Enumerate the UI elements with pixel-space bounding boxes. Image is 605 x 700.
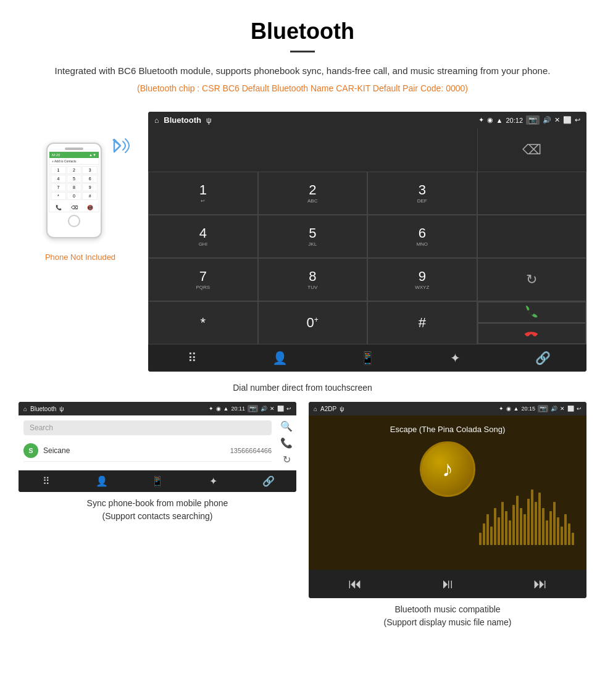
link-icon[interactable]: 🔗 bbox=[499, 351, 586, 365]
page-title: Bluetooth bbox=[37, 19, 568, 44]
music-home-icon[interactable]: ⌂ bbox=[314, 406, 317, 412]
refresh-button[interactable]: ↻ bbox=[477, 258, 587, 301]
pb-win-icon[interactable]: ⬜ bbox=[277, 406, 284, 412]
key-1[interactable]: 1↩ bbox=[148, 172, 258, 215]
music-caption: Bluetooth music compatible (Support disp… bbox=[309, 603, 586, 629]
music-topbar-title: A2DP bbox=[320, 406, 336, 412]
pb-person-icon[interactable]: 👤 bbox=[74, 475, 130, 487]
pb-topbar-left: ⌂ Bluetooth ψ bbox=[23, 406, 64, 412]
pb-contact-row: S Seicane 13566664466 bbox=[23, 440, 272, 462]
volume-icon[interactable]: 🔊 bbox=[543, 116, 551, 124]
backspace-button[interactable]: ⌫ bbox=[477, 128, 587, 172]
pb-call-icon[interactable]: 📞 bbox=[280, 437, 293, 449]
music-back-icon[interactable]: ↩ bbox=[577, 406, 582, 412]
home-icon[interactable]: ⌂ bbox=[154, 116, 159, 125]
pb-main-row: Search S Seicane 13566664466 🔍 📞 ↻ bbox=[19, 415, 296, 470]
window-icon[interactable]: ⬜ bbox=[563, 116, 572, 124]
dial-pad: ⌫ 1↩ 2ABC 3DEF 4GHI 5JKL 6MNO bbox=[148, 128, 586, 344]
key-star[interactable]: * bbox=[148, 301, 258, 344]
phone-home-button bbox=[68, 215, 80, 227]
bottom-screenshots: ⌂ Bluetooth ψ ✦ ◉ ▲ 20:11 📷 🔊 ✕ ⬜ ↩ bbox=[0, 402, 605, 629]
phone-icon[interactable]: 📱 bbox=[323, 351, 411, 365]
dial-display[interactable] bbox=[148, 128, 477, 172]
title-divider bbox=[290, 51, 315, 52]
music-close-icon[interactable]: ✕ bbox=[560, 406, 565, 412]
next-button[interactable]: ⏭ bbox=[494, 576, 586, 592]
phone-not-included-label: Phone Not Included bbox=[45, 252, 115, 262]
pb-contact-name: Seicane bbox=[43, 446, 70, 455]
key-0[interactable]: 0+ bbox=[258, 301, 368, 344]
pb-contact-phone: 13566664466 bbox=[230, 447, 272, 454]
key-hash[interactable]: # bbox=[367, 301, 477, 344]
key-2[interactable]: 2ABC bbox=[258, 172, 368, 215]
back-icon[interactable]: ↩ bbox=[575, 116, 580, 124]
empty-2 bbox=[477, 215, 587, 258]
bluetooth-icon: ✦ bbox=[478, 116, 484, 124]
pb-bt-bottom-icon[interactable]: ✦ bbox=[185, 475, 241, 487]
music-cam-icon[interactable]: 📷 bbox=[538, 405, 548, 412]
song-title: Escape (The Pina Colada Song) bbox=[390, 425, 505, 434]
pb-bottom-bar: ⠿ 👤 📱 ✦ 🔗 bbox=[19, 470, 296, 492]
pb-time: 20:11 bbox=[231, 406, 245, 412]
music-topbar-right: ✦ ◉ ▲ 20:15 📷 🔊 ✕ ⬜ ↩ bbox=[499, 405, 582, 412]
call-button[interactable] bbox=[478, 302, 586, 323]
pb-dialpad-icon[interactable]: ⠿ bbox=[19, 475, 74, 487]
key-6[interactable]: 6MNO bbox=[367, 215, 477, 258]
music-time: 20:15 bbox=[521, 406, 535, 412]
camera-icon[interactable]: 📷 bbox=[526, 115, 540, 125]
music-vol-icon[interactable]: 🔊 bbox=[551, 406, 557, 412]
bt-icon[interactable]: ✦ bbox=[411, 351, 499, 365]
music-loc-icon: ◉ bbox=[506, 406, 511, 412]
dial-bottom-bar: ⠿ 👤 📱 ✦ 🔗 bbox=[148, 344, 586, 372]
prev-button[interactable]: ⏮ bbox=[309, 576, 401, 592]
pb-sync-icon[interactable]: ↻ bbox=[283, 454, 291, 465]
time-display: 20:12 bbox=[506, 117, 523, 124]
dial-caption: Dial number direct from touchscreen bbox=[0, 378, 605, 402]
dialpad-icon[interactable]: ⠿ bbox=[148, 351, 236, 365]
pb-vol-icon[interactable]: 🔊 bbox=[261, 406, 267, 412]
phone-screen: M:20▲▼ + Add to Contacts 123 456 789 *0#… bbox=[49, 151, 99, 212]
pb-home-icon[interactable]: ⌂ bbox=[23, 406, 27, 412]
key-7[interactable]: 7PQRS bbox=[148, 258, 258, 301]
music-screenshot-item: ⌂ A2DP ψ ✦ ◉ ▲ 20:15 📷 🔊 ✕ ⬜ ↩ E bbox=[309, 402, 586, 629]
phone-bottom-bar: 📞⌫📵 bbox=[49, 204, 99, 212]
pb-phone-icon[interactable]: 📱 bbox=[130, 475, 185, 487]
phone-speaker bbox=[65, 148, 83, 150]
contacts-icon[interactable]: 👤 bbox=[236, 351, 323, 365]
pb-cam-icon[interactable]: 📷 bbox=[248, 405, 258, 412]
pb-close-icon[interactable]: ✕ bbox=[270, 406, 275, 412]
topbar-right: ✦ ◉ ▲ 20:12 📷 🔊 ✕ ⬜ ↩ bbox=[478, 115, 580, 125]
key-4[interactable]: 4GHI bbox=[148, 215, 258, 258]
music-controls: ⏮ ⏯ ⏭ bbox=[309, 570, 586, 598]
pb-topbar: ⌂ Bluetooth ψ ✦ ◉ ▲ 20:11 📷 🔊 ✕ ⬜ ↩ bbox=[19, 402, 296, 415]
key-8[interactable]: 8TUV bbox=[258, 258, 368, 301]
pb-sig-icon: ▲ bbox=[223, 406, 229, 412]
music-sig-icon: ▲ bbox=[514, 406, 519, 412]
pb-content: Search S Seicane 13566664466 bbox=[19, 415, 277, 470]
phone-body: M:20▲▼ + Add to Contacts 123 456 789 *0#… bbox=[46, 143, 102, 238]
key-9[interactable]: 9WXYZ bbox=[367, 258, 477, 301]
phonebook-caption: Sync phone-book from mobile phone (Suppo… bbox=[19, 497, 296, 523]
key-5[interactable]: 5JKL bbox=[258, 215, 368, 258]
pb-back-icon[interactable]: ↩ bbox=[286, 406, 291, 412]
signal-icon: ▲ bbox=[496, 117, 503, 124]
phonebook-screenshot-item: ⌂ Bluetooth ψ ✦ ◉ ▲ 20:11 📷 🔊 ✕ ⬜ ↩ bbox=[19, 402, 296, 629]
main-section: M:20▲▼ + Add to Contacts 123 456 789 *0#… bbox=[0, 112, 605, 372]
music-note-icon: ♪ bbox=[442, 456, 453, 482]
close-icon[interactable]: ✕ bbox=[554, 116, 560, 124]
music-topbar-left: ⌂ A2DP ψ bbox=[314, 406, 344, 412]
pb-search-bar[interactable]: Search bbox=[23, 420, 272, 435]
phone-call-bar: M:20▲▼ bbox=[49, 152, 99, 158]
dial-topbar: ⌂ Bluetooth ψ ✦ ◉ ▲ 20:12 📷 🔊 ✕ ⬜ ↩ bbox=[148, 112, 586, 128]
pb-avatar: S bbox=[23, 443, 38, 458]
key-3[interactable]: 3DEF bbox=[367, 172, 477, 215]
page-description: Integrated with BC6 Bluetooth module, su… bbox=[37, 64, 568, 78]
music-win-icon[interactable]: ⬜ bbox=[567, 406, 574, 412]
pb-link-icon[interactable]: 🔗 bbox=[241, 475, 296, 487]
music-usb-icon: ψ bbox=[340, 406, 344, 412]
pb-search-icon[interactable]: 🔍 bbox=[280, 420, 293, 432]
play-pause-button[interactable]: ⏯ bbox=[401, 576, 494, 592]
location-icon: ◉ bbox=[487, 116, 493, 124]
end-call-button[interactable] bbox=[478, 323, 586, 344]
album-art: ♪ bbox=[420, 441, 475, 497]
